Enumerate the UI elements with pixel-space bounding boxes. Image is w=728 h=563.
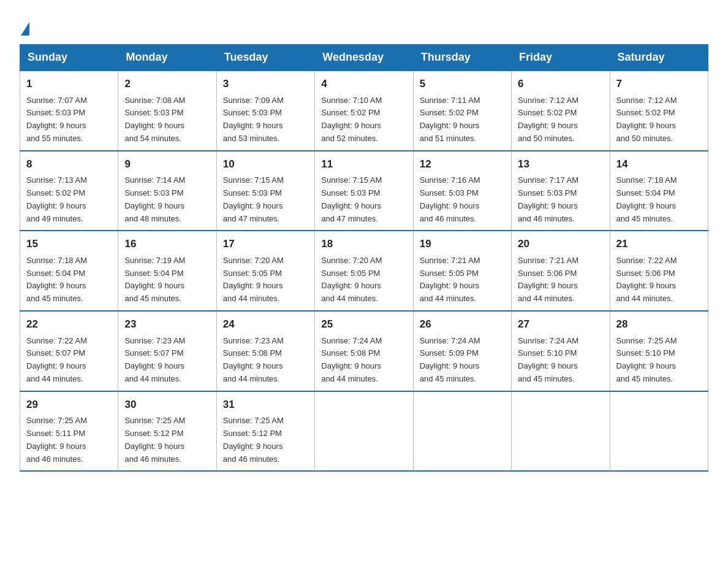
day-info: Sunrise: 7:23 AMSunset: 5:08 PMDaylight:…: [223, 335, 308, 386]
calendar-cell: 23Sunrise: 7:23 AMSunset: 5:07 PMDayligh…: [118, 311, 216, 391]
day-number: 20: [518, 236, 603, 252]
column-header-tuesday: Tuesday: [216, 45, 314, 71]
calendar-cell: [512, 391, 610, 472]
day-number: 11: [321, 156, 406, 172]
calendar-cell: 24Sunrise: 7:23 AMSunset: 5:08 PMDayligh…: [216, 311, 314, 391]
calendar-week-row: 8Sunrise: 7:13 AMSunset: 5:02 PMDaylight…: [20, 151, 708, 231]
calendar-cell: 13Sunrise: 7:17 AMSunset: 5:03 PMDayligh…: [512, 151, 610, 231]
calendar-cell: 18Sunrise: 7:20 AMSunset: 5:05 PMDayligh…: [315, 231, 413, 311]
calendar-cell: 25Sunrise: 7:24 AMSunset: 5:08 PMDayligh…: [315, 311, 413, 391]
day-number: 30: [124, 397, 210, 413]
day-number: 16: [124, 236, 210, 252]
day-info: Sunrise: 7:21 AMSunset: 5:05 PMDaylight:…: [420, 255, 505, 305]
day-number: 28: [616, 316, 702, 332]
day-info: Sunrise: 7:15 AMSunset: 5:03 PMDaylight:…: [223, 174, 308, 225]
day-number: 18: [321, 236, 406, 252]
column-header-friday: Friday: [512, 45, 610, 71]
calendar-cell: 22Sunrise: 7:22 AMSunset: 5:07 PMDayligh…: [20, 311, 118, 391]
day-number: 22: [26, 316, 112, 332]
day-info: Sunrise: 7:24 AMSunset: 5:09 PMDaylight:…: [420, 335, 505, 386]
day-info: Sunrise: 7:21 AMSunset: 5:06 PMDaylight:…: [518, 255, 603, 305]
calendar-cell: 15Sunrise: 7:18 AMSunset: 5:04 PMDayligh…: [20, 231, 118, 311]
day-info: Sunrise: 7:14 AMSunset: 5:03 PMDaylight:…: [124, 174, 210, 225]
day-info: Sunrise: 7:17 AMSunset: 5:03 PMDaylight:…: [518, 174, 603, 225]
day-number: 8: [26, 156, 112, 172]
day-number: 6: [518, 76, 603, 92]
calendar-cell: 28Sunrise: 7:25 AMSunset: 5:10 PMDayligh…: [610, 311, 708, 391]
calendar-cell: 12Sunrise: 7:16 AMSunset: 5:03 PMDayligh…: [413, 151, 511, 231]
day-info: Sunrise: 7:10 AMSunset: 5:02 PMDaylight:…: [321, 94, 406, 145]
day-info: Sunrise: 7:25 AMSunset: 5:10 PMDaylight:…: [616, 335, 702, 386]
calendar-cell: 20Sunrise: 7:21 AMSunset: 5:06 PMDayligh…: [512, 231, 610, 311]
calendar-week-row: 29Sunrise: 7:25 AMSunset: 5:11 PMDayligh…: [20, 391, 708, 472]
calendar-cell: 14Sunrise: 7:18 AMSunset: 5:04 PMDayligh…: [610, 151, 708, 231]
calendar-cell: 19Sunrise: 7:21 AMSunset: 5:05 PMDayligh…: [413, 231, 511, 311]
calendar-cell: 30Sunrise: 7:25 AMSunset: 5:12 PMDayligh…: [118, 391, 216, 472]
day-number: 12: [420, 156, 505, 172]
day-number: 17: [223, 236, 308, 252]
calendar-cell: 29Sunrise: 7:25 AMSunset: 5:11 PMDayligh…: [20, 391, 118, 472]
day-info: Sunrise: 7:20 AMSunset: 5:05 PMDaylight:…: [321, 255, 406, 305]
calendar-cell: 7Sunrise: 7:12 AMSunset: 5:02 PMDaylight…: [610, 71, 708, 151]
calendar-cell: 5Sunrise: 7:11 AMSunset: 5:02 PMDaylight…: [413, 71, 511, 151]
logo: [20, 20, 29, 33]
calendar-cell: 16Sunrise: 7:19 AMSunset: 5:04 PMDayligh…: [118, 231, 216, 311]
logo-triangle-icon: [21, 22, 29, 36]
day-info: Sunrise: 7:12 AMSunset: 5:02 PMDaylight:…: [616, 94, 702, 145]
day-number: 19: [420, 236, 505, 252]
day-number: 1: [26, 76, 112, 92]
day-info: Sunrise: 7:16 AMSunset: 5:03 PMDaylight:…: [420, 174, 505, 225]
day-number: 2: [124, 76, 210, 92]
day-info: Sunrise: 7:25 AMSunset: 5:12 PMDaylight:…: [223, 415, 308, 465]
calendar-cell: 4Sunrise: 7:10 AMSunset: 5:02 PMDaylight…: [315, 71, 413, 151]
calendar-cell: 3Sunrise: 7:09 AMSunset: 5:03 PMDaylight…: [216, 71, 314, 151]
day-info: Sunrise: 7:07 AMSunset: 5:03 PMDaylight:…: [26, 94, 112, 145]
day-number: 27: [518, 316, 603, 332]
calendar-header-row: SundayMondayTuesdayWednesdayThursdayFrid…: [20, 45, 708, 71]
day-info: Sunrise: 7:22 AMSunset: 5:06 PMDaylight:…: [616, 255, 702, 305]
column-header-monday: Monday: [118, 45, 216, 71]
day-number: 7: [616, 76, 702, 92]
calendar-cell: 1Sunrise: 7:07 AMSunset: 5:03 PMDaylight…: [20, 71, 118, 151]
day-number: 24: [223, 316, 308, 332]
calendar-cell: 31Sunrise: 7:25 AMSunset: 5:12 PMDayligh…: [216, 391, 314, 472]
day-info: Sunrise: 7:12 AMSunset: 5:02 PMDaylight:…: [518, 94, 603, 145]
day-info: Sunrise: 7:09 AMSunset: 5:03 PMDaylight:…: [223, 94, 308, 145]
calendar-cell: 27Sunrise: 7:24 AMSunset: 5:10 PMDayligh…: [512, 311, 610, 391]
day-number: 4: [321, 76, 406, 92]
calendar-cell: 10Sunrise: 7:15 AMSunset: 5:03 PMDayligh…: [216, 151, 314, 231]
day-number: 23: [124, 316, 210, 332]
day-number: 31: [223, 397, 308, 413]
day-info: Sunrise: 7:25 AMSunset: 5:11 PMDaylight:…: [26, 415, 112, 465]
day-number: 5: [420, 76, 505, 92]
calendar-cell: [315, 391, 413, 472]
calendar-table: SundayMondayTuesdayWednesdayThursdayFrid…: [20, 44, 708, 472]
day-info: Sunrise: 7:15 AMSunset: 5:03 PMDaylight:…: [321, 174, 406, 225]
day-number: 15: [26, 236, 112, 252]
column-header-saturday: Saturday: [610, 45, 708, 71]
day-number: 10: [223, 156, 308, 172]
calendar-cell: 11Sunrise: 7:15 AMSunset: 5:03 PMDayligh…: [315, 151, 413, 231]
day-number: 3: [223, 76, 308, 92]
day-number: 21: [616, 236, 702, 252]
day-number: 29: [26, 397, 112, 413]
column-header-thursday: Thursday: [413, 45, 511, 71]
column-header-sunday: Sunday: [20, 45, 118, 71]
calendar-cell: [413, 391, 511, 472]
calendar-week-row: 15Sunrise: 7:18 AMSunset: 5:04 PMDayligh…: [20, 231, 708, 311]
calendar-week-row: 22Sunrise: 7:22 AMSunset: 5:07 PMDayligh…: [20, 311, 708, 391]
day-info: Sunrise: 7:08 AMSunset: 5:03 PMDaylight:…: [124, 94, 210, 145]
calendar-cell: 2Sunrise: 7:08 AMSunset: 5:03 PMDaylight…: [118, 71, 216, 151]
day-info: Sunrise: 7:18 AMSunset: 5:04 PMDaylight:…: [616, 174, 702, 225]
day-info: Sunrise: 7:24 AMSunset: 5:10 PMDaylight:…: [518, 335, 603, 386]
calendar-cell: 26Sunrise: 7:24 AMSunset: 5:09 PMDayligh…: [413, 311, 511, 391]
day-number: 9: [124, 156, 210, 172]
day-info: Sunrise: 7:20 AMSunset: 5:05 PMDaylight:…: [223, 255, 308, 305]
column-header-wednesday: Wednesday: [315, 45, 413, 71]
day-info: Sunrise: 7:25 AMSunset: 5:12 PMDaylight:…: [124, 415, 210, 465]
day-info: Sunrise: 7:18 AMSunset: 5:04 PMDaylight:…: [26, 255, 112, 305]
calendar-cell: 8Sunrise: 7:13 AMSunset: 5:02 PMDaylight…: [20, 151, 118, 231]
day-info: Sunrise: 7:23 AMSunset: 5:07 PMDaylight:…: [124, 335, 210, 386]
calendar-cell: 21Sunrise: 7:22 AMSunset: 5:06 PMDayligh…: [610, 231, 708, 311]
day-info: Sunrise: 7:22 AMSunset: 5:07 PMDaylight:…: [26, 335, 112, 386]
